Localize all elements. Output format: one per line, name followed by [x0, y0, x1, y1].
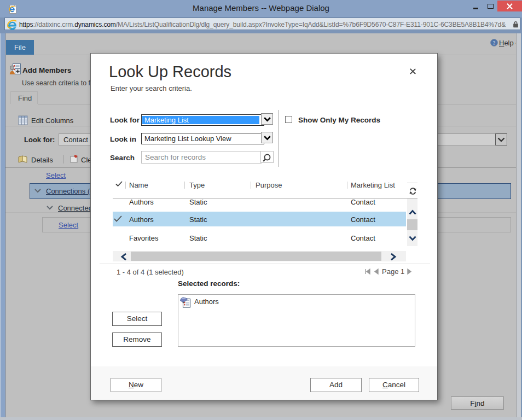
svg-text:?: ?	[493, 40, 496, 46]
